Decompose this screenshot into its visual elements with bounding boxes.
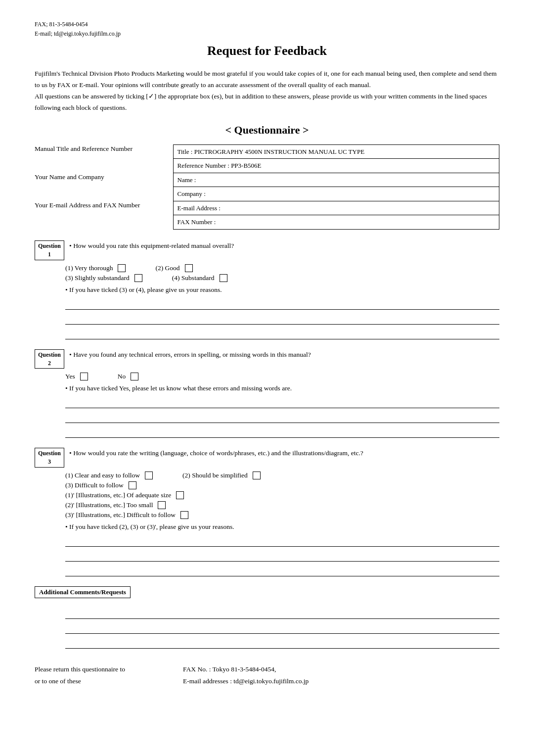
q3-checkbox-1[interactable] (145, 472, 153, 479)
question-3-number: 3 (38, 458, 61, 466)
manual-refnum-value: Reference Number : PP3-B506E (178, 162, 262, 170)
footer-right-line1: FAX No. : Tokyo 81-3-5484-0454, (183, 663, 309, 675)
q1-answer-row-2: (3) Slightly substandard (4) Substandard (65, 274, 499, 282)
q2-checkbox-yes[interactable] (80, 373, 88, 380)
contact-row: Your E-mail Address and FAX Number E-mai… (35, 201, 499, 230)
q2-line-1[interactable] (65, 396, 499, 408)
q3-answer-row-3: (1)' [Illustrations, etc.] Of adequate s… (65, 491, 499, 499)
q3-checkbox-5[interactable] (158, 501, 166, 509)
question-3-badge: Question 3 (35, 448, 64, 468)
company-field-row[interactable]: Company : (174, 187, 499, 201)
question-2-options: Yes No (65, 373, 499, 380)
q3-line-1[interactable] (65, 535, 499, 547)
q2-checkbox-no[interactable] (131, 373, 138, 380)
manual-title-value: Title : PICTROGRAPHY 4500N INSTRUCTION M… (178, 148, 365, 156)
q1-checkbox-2[interactable] (185, 264, 193, 272)
question-1-followup: • If you have ticked (3) or (4), please … (65, 286, 499, 294)
form-table: Manual Title and Reference Number Title … (35, 144, 499, 230)
question-3-header: Question 3 • How would you rate the writ… (35, 448, 499, 468)
question-1-number: 1 (38, 250, 61, 259)
q1-line-3[interactable] (65, 328, 499, 339)
q1-option-3: (3) Slightly substandard (65, 274, 142, 282)
q3-line-2[interactable] (65, 550, 499, 562)
question-2-text: • Have you found any technical errors, e… (69, 349, 499, 360)
additional-comments-section: Additional Comments/Requests (35, 586, 499, 649)
name-field-label: Name : (178, 176, 237, 184)
question-1-options: (1) Very thorough (2) Good (3) Slightly … (65, 264, 499, 282)
questionnaire-title: < Questionnaire > (35, 124, 499, 137)
additional-line-3[interactable] (65, 637, 499, 649)
name-field-row[interactable]: Name : (174, 173, 499, 187)
q3-answer-row-1: (1) Clear and easy to follow (2) Should … (65, 472, 499, 479)
question-3-followup: • If you have ticked (2), (3) or (3)', p… (65, 523, 499, 531)
question-1-text: • How would you rate this equipment-rela… (69, 240, 499, 251)
q1-line-2[interactable] (65, 313, 499, 325)
q1-option-3-text: (3) Slightly substandard (65, 274, 130, 282)
question-1-block: Question 1 • How would you rate this equ… (35, 240, 499, 339)
q1-option-1: (1) Very thorough (65, 264, 126, 272)
question-1-write-lines (65, 298, 499, 339)
manual-title-row: Title : PICTROGRAPHY 4500N INSTRUCTION M… (174, 145, 499, 159)
q2-no-text: No (118, 373, 126, 380)
question-2-block: Question 2 • Have you found any technica… (35, 349, 499, 438)
additional-line-2[interactable] (65, 622, 499, 634)
footer-left-line1: Please return this questionnaire to (35, 663, 163, 675)
q3-line-3[interactable] (65, 565, 499, 576)
q3-option-2-text: (2) Should be simplified (182, 472, 248, 479)
q3-checkbox-3[interactable] (129, 481, 136, 489)
name-fields: Name : Company : (173, 173, 499, 201)
intro-text: Fujifilm's Technical Division Photo Prod… (35, 68, 499, 114)
intro-line2: All questions can be answered by ticking… (35, 91, 499, 114)
q3-option-2: (2) Should be simplified (182, 472, 261, 479)
contact-label: Your E-mail Address and FAX Number (35, 201, 173, 230)
q1-checkbox-3[interactable] (134, 274, 142, 282)
name-label: Your Name and Company (35, 173, 173, 201)
question-1-badge: Question 1 (35, 240, 64, 260)
footer-right-line2: E-mail addresses : td@eigi.tokyo.fujifil… (183, 675, 309, 687)
question-2-followup: • If you have ticked Yes, please let us … (65, 384, 499, 392)
footer-left-line2: or to one of these (35, 675, 163, 687)
q1-option-2-text: (2) Good (155, 264, 179, 272)
q2-line-2[interactable] (65, 411, 499, 423)
intro-line1: Fujifilm's Technical Division Photo Prod… (35, 68, 499, 91)
q3-option-5-text: (2)' [Illustrations, etc.] Too small (65, 501, 153, 509)
email-label: E-mail (35, 30, 51, 37)
fax-label: FAX (35, 21, 46, 28)
q2-yes-text: Yes (65, 373, 75, 380)
q1-checkbox-1[interactable] (118, 264, 126, 272)
question-1-label: Question (38, 242, 61, 250)
q2-line-3[interactable] (65, 426, 499, 438)
q1-checkbox-4[interactable] (220, 274, 227, 282)
email-field-row[interactable]: E-mail Address : (174, 201, 499, 215)
q1-option-4: (4) Substandard (172, 274, 227, 282)
q1-option-4-text: (4) Substandard (172, 274, 215, 282)
q3-checkbox-2[interactable] (253, 472, 261, 479)
q3-option-4-text: (1)' [Illustrations, etc.] Of adequate s… (65, 491, 171, 499)
q3-checkbox-6[interactable] (180, 511, 188, 519)
q2-option-no: No (118, 373, 139, 380)
q3-answer-row-4: (2)' [Illustrations, etc.] Too small (65, 501, 499, 509)
question-3-options: (1) Clear and easy to follow (2) Should … (65, 472, 499, 519)
q3-option-3: (3) Difficult to follow (65, 481, 136, 489)
q3-option-3-text: (3) Difficult to follow (65, 481, 124, 489)
additional-comments-label: Additional Comments/Requests (35, 586, 131, 598)
footer-left: Please return this questionnaire to or t… (35, 663, 163, 688)
q1-line-1[interactable] (65, 298, 499, 310)
q3-checkbox-4[interactable] (176, 491, 184, 499)
q3-option-1: (1) Clear and easy to follow (65, 472, 153, 479)
additional-line-1[interactable] (65, 607, 499, 619)
question-1-header: Question 1 • How would you rate this equ… (35, 240, 499, 260)
question-2-header: Question 2 • Have you found any technica… (35, 349, 499, 369)
q3-answer-row-5: (3)' [Illustrations, etc.] Difficult to … (65, 511, 499, 519)
q1-option-1-text: (1) Very thorough (65, 264, 113, 272)
fax-field-row[interactable]: FAX Number : (174, 215, 499, 229)
footer: Please return this questionnaire to or t… (35, 663, 499, 688)
manual-fields: Title : PICTROGRAPHY 4500N INSTRUCTION M… (173, 145, 499, 173)
q3-option-5: (2)' [Illustrations, etc.] Too small (65, 501, 166, 509)
question-2-badge: Question 2 (35, 349, 64, 369)
q1-answer-row-1: (1) Very thorough (2) Good (65, 264, 499, 272)
fax-field-label: FAX Number : (178, 218, 237, 226)
manual-label: Manual Title and Reference Number (35, 145, 173, 173)
question-2-number: 2 (38, 359, 61, 368)
q2-answer-row-1: Yes No (65, 373, 499, 380)
